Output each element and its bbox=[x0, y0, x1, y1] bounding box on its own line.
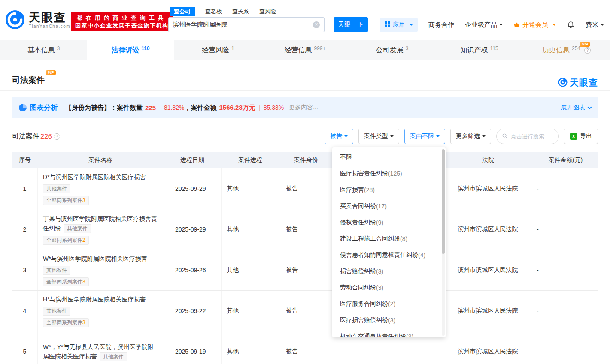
tab-company-development[interactable]: 公司发展 3 bbox=[349, 40, 436, 60]
apps-menu[interactable]: 应用 bbox=[380, 18, 418, 32]
dropdown-option[interactable]: 医疗损害(28) bbox=[332, 182, 446, 198]
series-cases-tag[interactable]: 全部同系列案件2 bbox=[43, 236, 89, 245]
search-tab-company[interactable]: 查公司 bbox=[170, 7, 195, 16]
case-name-cell: H*与滨州医学院附属医院相关医疗损害 其他案件 全部同系列案件3 bbox=[38, 291, 163, 331]
chart-analysis-link[interactable]: 图表分析 bbox=[30, 103, 58, 112]
case-progress: 其他 bbox=[222, 168, 279, 209]
case-amount-percent: 85.33% bbox=[264, 104, 284, 111]
chevron-down-icon bbox=[410, 24, 413, 27]
tab-intellectual-property[interactable]: 知识产权 115 bbox=[436, 40, 523, 60]
case-name-link[interactable]: H*与滨州医学院附属医院相关医疗损害 bbox=[43, 295, 146, 304]
series-cases-tag[interactable]: 全部同系列案件3 bbox=[43, 196, 89, 205]
dropdown-scrollbar[interactable] bbox=[442, 149, 445, 336]
notification-bell[interactable] bbox=[567, 20, 575, 30]
court-link[interactable]: 滨州市滨城区人民法院 bbox=[458, 185, 518, 193]
case-progress: 其他 bbox=[222, 209, 279, 250]
court-cell: 滨州市滨城区人民法院 bbox=[443, 168, 533, 209]
tab-label: 历史信息 bbox=[542, 46, 570, 55]
court-cell: 滨州市滨城区人民法院 bbox=[443, 331, 533, 364]
chevron-down-icon bbox=[588, 105, 592, 109]
vip-badge: VIP bbox=[46, 70, 56, 75]
court-link[interactable]: 滨州市滨城区人民法院 bbox=[458, 226, 518, 233]
tianyancha-logo-icon bbox=[558, 78, 568, 88]
user-menu[interactable]: 费米 bbox=[586, 21, 604, 29]
filter-case-reason-label: 案由不限 bbox=[410, 132, 434, 140]
nav-business-cooperation[interactable]: 商务合作 bbox=[428, 21, 454, 29]
case-type-tag: 其他案件 bbox=[43, 266, 70, 275]
list-search-box[interactable] bbox=[496, 129, 559, 144]
court-link[interactable]: 滨州市滨城区人民法院 bbox=[458, 348, 518, 355]
case-count-label: 案件数量 bbox=[117, 104, 143, 112]
list-search-input[interactable] bbox=[511, 133, 553, 140]
tab-operation-info[interactable]: 经营信息 999+ bbox=[261, 40, 349, 60]
case-amount: - bbox=[533, 168, 598, 209]
dropdown-option[interactable]: 侵权责任纠纷(9) bbox=[332, 214, 446, 231]
search-tab-boss[interactable]: 查老板 bbox=[205, 8, 222, 15]
case-progress: 其他 bbox=[222, 250, 279, 290]
col-header-role: 案件身份 bbox=[279, 152, 333, 168]
case-count-percent: 81.82% bbox=[164, 104, 184, 111]
progress-date: 2025-09-22 bbox=[163, 291, 222, 331]
filter-role-button[interactable]: 被告 bbox=[325, 129, 353, 144]
search-tab-relation[interactable]: 查关系 bbox=[232, 8, 249, 15]
dropdown-option[interactable]: 不限 bbox=[332, 149, 446, 165]
case-name-link[interactable]: 丁某与滨州医学院附属医院相关医疗损害责任纠纷 bbox=[43, 215, 157, 232]
dropdown-option[interactable]: 医疗损害赔偿纠纷(3) bbox=[332, 312, 446, 328]
case-role: 被告 bbox=[279, 250, 333, 290]
tianyancha-logo[interactable]: 天眼查 TianYanCha.com bbox=[5, 10, 70, 30]
col-header-date: 进程日期 bbox=[163, 152, 222, 168]
dropdown-option[interactable]: 机动车交通事故责任纠纷(3) bbox=[332, 328, 446, 337]
search-tab-risk[interactable]: 查风险 bbox=[259, 8, 276, 15]
help-icon[interactable]: ? bbox=[584, 47, 591, 54]
chevron-down-icon bbox=[482, 135, 486, 139]
case-amount: - bbox=[533, 331, 598, 364]
divider bbox=[160, 105, 160, 111]
dropdown-option[interactable]: 医疗损害责任纠纷(125) bbox=[332, 165, 446, 182]
filter-more-button[interactable]: 更多筛选 bbox=[450, 129, 491, 144]
tab-legal-litigation[interactable]: 法律诉讼 110 bbox=[87, 40, 174, 60]
tab-history-info[interactable]: VIP 历史信息 254 ? bbox=[523, 40, 610, 60]
tab-count: 3 bbox=[57, 45, 60, 51]
row-index: 1 bbox=[12, 168, 38, 209]
nav-enterprise-products[interactable]: 企业级产品 bbox=[465, 21, 503, 29]
case-name-cell: W*与滨州医学院附属医院相关医疗损害 其他案件 全部同系列案件3 bbox=[38, 250, 163, 290]
filter-case-type-button[interactable]: 案件类型 bbox=[358, 129, 399, 144]
export-button[interactable]: X 导出 bbox=[564, 129, 598, 144]
dropdown-option[interactable]: 买卖合同纠纷(17) bbox=[332, 198, 446, 214]
dropdown-option[interactable]: 建设工程施工合同纠纷(8) bbox=[332, 231, 446, 247]
row-index: 5 bbox=[12, 331, 38, 364]
case-role: 被告 bbox=[279, 331, 333, 364]
dropdown-option[interactable]: 劳动合同纠纷(3) bbox=[332, 280, 446, 296]
table-row: 4 H*与滨州医学院附属医院相关医疗损害 其他案件 全部同系列案件3 2025-… bbox=[12, 291, 598, 331]
tab-label: 公司发展 bbox=[376, 46, 404, 55]
help-icon[interactable]: ? bbox=[54, 133, 60, 140]
filter-role-label: 被告 bbox=[330, 132, 342, 140]
series-cases-tag[interactable]: 全部同系列案件3 bbox=[43, 277, 89, 286]
court-link[interactable]: 滨州市滨城区人民法院 bbox=[458, 307, 518, 315]
expand-chart-button[interactable]: 展开图表 bbox=[561, 104, 591, 111]
case-name-link[interactable]: W*，Y*与无棣县人民医院，滨州医学院附属医院相关医疗损害 bbox=[43, 343, 153, 360]
excel-icon: X bbox=[570, 133, 577, 140]
series-cases-tag[interactable]: 全部同系列案件3 bbox=[43, 318, 89, 327]
dropdown-option[interactable]: 侵害患者知情同意权责任纠纷(4) bbox=[332, 247, 446, 263]
case-name-link[interactable]: D*与滨州医学院附属医院相关医疗损害 bbox=[43, 172, 146, 182]
nav-open-vip[interactable]: 开通会员 bbox=[513, 21, 556, 29]
progress-date: 2025-09-29 bbox=[163, 168, 222, 209]
logo-text: 天眼查 TianYanCha.com bbox=[29, 11, 70, 29]
more-content-link[interactable]: 更多内容... bbox=[289, 104, 318, 111]
tab-label: 知识产权 bbox=[460, 46, 488, 55]
progress-date: 2025-09-26 bbox=[163, 250, 222, 290]
dropdown-option[interactable]: 损害赔偿纠纷(3) bbox=[332, 263, 446, 280]
chevron-down-icon bbox=[499, 24, 503, 27]
search-button[interactable]: 天眼一下 bbox=[334, 17, 368, 32]
scrollbar-thumb[interactable] bbox=[442, 149, 445, 254]
slogan-banner: 都在用的商业查询工具 国家中小企业发展子基金旗下机构 bbox=[71, 12, 173, 31]
search-input[interactable] bbox=[173, 21, 313, 28]
tab-basic-info[interactable]: 基本信息 3 bbox=[0, 40, 87, 60]
filter-case-reason-button[interactable]: 案由不限 bbox=[404, 129, 445, 144]
court-link[interactable]: 滨州市滨城区人民法院 bbox=[458, 266, 518, 274]
tab-operation-risk[interactable]: 经营风险 1 bbox=[174, 40, 261, 60]
clear-icon[interactable]: × bbox=[313, 21, 320, 28]
dropdown-option[interactable]: 医疗服务合同纠纷(2) bbox=[332, 296, 446, 312]
case-name-link[interactable]: W*与滨州医学院附属医院相关医疗损害 bbox=[43, 254, 147, 263]
